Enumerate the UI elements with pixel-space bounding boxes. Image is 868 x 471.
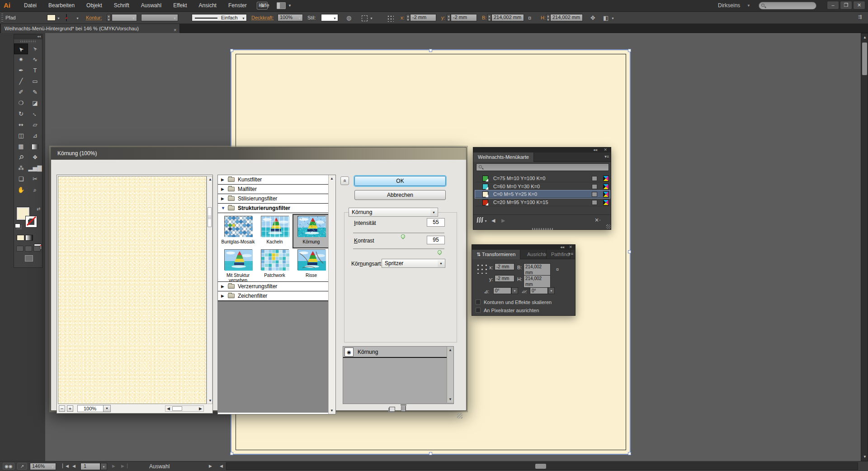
opacity-link[interactable]: Deckkraft: bbox=[251, 15, 274, 20]
dialog-title-bar[interactable]: Körnung (100%) bbox=[51, 147, 466, 160]
effect-layer-row[interactable]: ◉ Körnung bbox=[343, 347, 453, 358]
preview-horizontal-scrollbar[interactable]: ◀ ▶ bbox=[165, 405, 204, 412]
eyedropper-tool[interactable]: ⚲ bbox=[14, 152, 28, 163]
vertical-scroll-thumb[interactable] bbox=[862, 43, 867, 75]
menu-datei[interactable]: Datei bbox=[18, 0, 42, 11]
y-field[interactable]: -2 mm bbox=[451, 14, 477, 21]
blend-tool[interactable]: ❖ bbox=[28, 152, 42, 163]
intensity-value[interactable]: 55 bbox=[427, 218, 445, 227]
draw-behind-mode-button[interactable] bbox=[25, 246, 32, 252]
scroll-up-icon[interactable]: ▲ bbox=[448, 348, 452, 352]
gradient-tool[interactable] bbox=[28, 141, 42, 152]
slice-tool[interactable]: ✂ bbox=[28, 174, 42, 185]
stroke-swatch[interactable] bbox=[26, 216, 37, 227]
x-field[interactable]: -2 mm bbox=[495, 263, 514, 270]
menu-objekt[interactable]: Objekt bbox=[80, 0, 108, 11]
swatch-row[interactable]: C=20 M=95 Y=100 K=15 bbox=[475, 199, 610, 206]
symbol-sprayer-tool[interactable]: ⁂ bbox=[14, 163, 28, 174]
scroll-down-icon[interactable]: ▼ bbox=[330, 409, 334, 413]
close-panel-icon[interactable]: ✕ bbox=[604, 147, 607, 152]
lasso-tool[interactable]: ∿ bbox=[28, 54, 42, 65]
zoom-level-select[interactable]: 146% ▼ bbox=[30, 463, 56, 470]
selection-handle[interactable] bbox=[429, 452, 432, 455]
stroke-color-swatch[interactable] bbox=[66, 14, 67, 21]
canvas-horizontal-scrollbar[interactable] bbox=[226, 462, 858, 470]
contrast-slider[interactable] bbox=[353, 248, 444, 249]
height-field-label[interactable]: H: bbox=[541, 15, 546, 20]
gradient-button[interactable] bbox=[25, 235, 33, 241]
rotate-field[interactable]: 0° bbox=[493, 287, 511, 294]
color-button[interactable] bbox=[17, 235, 24, 241]
color-swatch[interactable] bbox=[482, 191, 488, 197]
triangle-right-icon[interactable]: ▶ bbox=[221, 282, 224, 291]
arrange-documents-icon[interactable] bbox=[277, 2, 286, 9]
swatch-row[interactable]: C=0 M=5 Y=25 K=0 bbox=[475, 190, 610, 198]
next-library-icon[interactable]: ▶ bbox=[501, 218, 505, 224]
triangle-right-icon[interactable]: ▶ bbox=[221, 291, 224, 301]
chevron-down-icon[interactable]: ▼ bbox=[370, 17, 373, 20]
visibility-eye-icon[interactable]: ◉ bbox=[344, 347, 354, 357]
selection-handle[interactable] bbox=[628, 49, 631, 52]
panel-menu-icon[interactable]: ▾≡ bbox=[604, 154, 609, 159]
previous-library-icon[interactable]: ◀ bbox=[491, 218, 495, 224]
preview-vscroll-thumb[interactable] bbox=[208, 207, 212, 227]
scale-strokes-checkbox[interactable] bbox=[476, 300, 481, 304]
blob-brush-tool[interactable]: ❍ bbox=[14, 98, 28, 109]
list-vertical-scrollbar[interactable]: ▲ ▼ bbox=[328, 175, 335, 414]
last-artboard-icon[interactable]: ▶▕ bbox=[121, 464, 127, 468]
y-stepper[interactable]: ▲▼ bbox=[447, 14, 451, 21]
filter-category-strukturierungsfilter[interactable]: ▼Strukturierungsfilter bbox=[218, 204, 335, 213]
chevron-down-icon[interactable]: ▼ bbox=[548, 287, 555, 294]
swatch-library-tab[interactable]: Weihnachts-Menükarte bbox=[473, 152, 534, 162]
selection-tool[interactable]: ➤ bbox=[14, 43, 28, 54]
triangle-right-icon[interactable]: ▶ bbox=[221, 194, 224, 204]
filter-thumb-cracks[interactable]: Risse bbox=[293, 248, 329, 281]
x-field[interactable]: -2 mm bbox=[410, 14, 436, 21]
triangle-down-icon[interactable]: ▼ bbox=[221, 204, 225, 213]
select-similar-icon[interactable] bbox=[362, 15, 368, 21]
filter-thumb-grain[interactable]: Körnung bbox=[293, 215, 329, 247]
rectangle-tool[interactable]: ▭ bbox=[28, 76, 42, 87]
magic-wand-tool[interactable]: ✷ bbox=[14, 54, 28, 65]
filter-preview-image[interactable] bbox=[58, 176, 207, 404]
previous-artboard-icon[interactable]: ◀ bbox=[72, 464, 75, 468]
chevron-down-icon[interactable]: ▼ bbox=[747, 4, 750, 8]
scroll-up-icon[interactable]: ▲ bbox=[863, 35, 867, 39]
delete-effect-layer-icon[interactable] bbox=[401, 406, 406, 412]
direct-selection-tool[interactable]: ➢ bbox=[28, 43, 42, 54]
restore-button[interactable]: ❐ bbox=[840, 1, 852, 10]
constrain-proportions-icon[interactable]: ¤ bbox=[528, 14, 531, 21]
screen-mode-button[interactable] bbox=[25, 255, 33, 262]
close-button[interactable]: ✕ bbox=[853, 1, 865, 10]
width-tool[interactable]: ↭ bbox=[14, 119, 28, 130]
y-field[interactable]: -2 mm bbox=[495, 275, 514, 282]
triangle-right-icon[interactable]: ▶ bbox=[221, 185, 224, 194]
filter-category-zeichenfilter[interactable]: ▶Zeichenfilter bbox=[218, 291, 335, 301]
preview-zoom-select[interactable]: 100% ▼ bbox=[77, 405, 111, 412]
stroke-weight-link[interactable]: Kontur: bbox=[86, 15, 102, 20]
type-tool[interactable]: T bbox=[28, 65, 42, 76]
selection-handle[interactable] bbox=[628, 250, 631, 253]
eraser-tool[interactable]: ◪ bbox=[28, 98, 42, 109]
panel-options-icon[interactable]: ⇶ bbox=[858, 14, 862, 19]
menu-bearbeiten[interactable]: Bearbeiten bbox=[42, 0, 80, 11]
contrast-value[interactable]: 95 bbox=[427, 236, 445, 244]
style-select[interactable]: ▼ bbox=[321, 14, 338, 21]
preview-hscroll-thumb[interactable] bbox=[172, 406, 182, 411]
dialog-resize-grip[interactable] bbox=[457, 413, 462, 419]
line-segment-tool[interactable]: ╱ bbox=[14, 76, 28, 87]
draw-normal-mode-button[interactable] bbox=[16, 246, 24, 252]
next-artboard-icon[interactable]: ▶ bbox=[112, 464, 115, 468]
brush-definition-select[interactable]: Einfach ▼ bbox=[192, 14, 247, 21]
preview-eyes-icon[interactable]: ◉◉ bbox=[3, 463, 14, 470]
swatch-row[interactable]: C=75 M=10 Y=100 K=0 bbox=[475, 175, 610, 182]
paintbrush-tool[interactable]: ✐ bbox=[14, 87, 28, 98]
filter-select[interactable]: Körnung ▼ bbox=[349, 208, 438, 217]
width-field[interactable]: 214,002 mm bbox=[491, 14, 524, 21]
width-field-label[interactable]: B: bbox=[482, 15, 486, 20]
scale-strokes-icon[interactable]: ✥ bbox=[590, 14, 595, 21]
collapse-panel-icon[interactable]: ◂◂ bbox=[593, 147, 597, 152]
preview-vertical-scrollbar[interactable]: ▲ ▼ bbox=[207, 176, 212, 404]
filter-thumb-patchwork[interactable]: Patchwork bbox=[257, 248, 292, 281]
intensity-slider[interactable] bbox=[353, 233, 444, 233]
